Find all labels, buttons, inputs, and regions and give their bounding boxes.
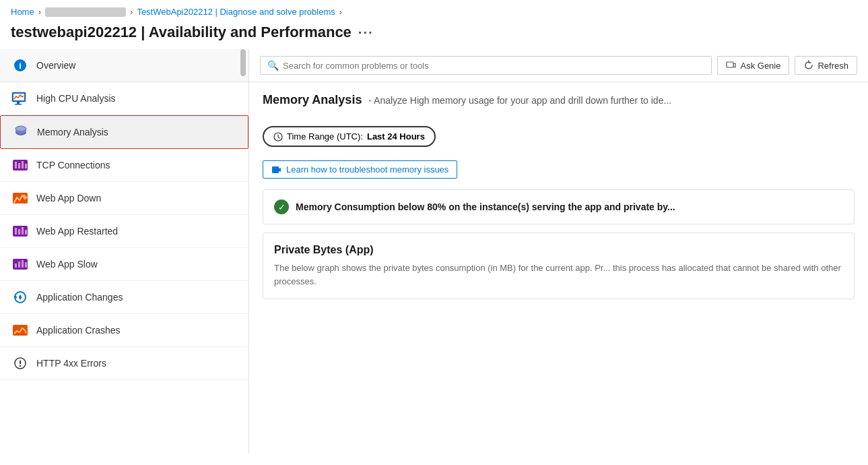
memory-icon (11, 123, 30, 142)
learn-link[interactable]: Learn how to troubleshoot memory issues (263, 160, 457, 179)
svg-rect-18 (18, 229, 20, 235)
sidebar-item-high-cpu[interactable]: High CPU Analysis (0, 82, 248, 115)
private-bytes-card: Private Bytes (App) The below graph show… (263, 232, 855, 299)
sidebar-label-http-errors: HTTP 4xx Errors (36, 358, 106, 369)
learn-link-label: Learn how to troubleshoot memory issues (286, 164, 448, 175)
refresh-label: Refresh (817, 61, 848, 71)
sidebar-item-overview[interactable]: i Overview (0, 49, 248, 82)
video-icon (271, 165, 282, 175)
scroll-indicator[interactable] (240, 49, 246, 76)
svg-rect-12 (18, 163, 20, 168)
ask-genie-label: Ask Genie (740, 61, 780, 71)
time-range-value: Last 24 Hours (367, 131, 425, 142)
app-crashes-icon (11, 321, 30, 340)
sidebar-label-app-crashes: Application Crashes (36, 325, 121, 336)
section-header: Memory Analysis - Analyze High memory us… (263, 93, 855, 107)
web-app-down-icon (11, 189, 30, 208)
time-range-button[interactable]: Time Range (UTC): Last 24 Hours (263, 126, 436, 147)
sidebar: i Overview High CPU Analysis (0, 49, 249, 454)
svg-rect-19 (22, 227, 24, 235)
refresh-button[interactable]: Refresh (795, 56, 857, 75)
sidebar-item-app-crashes[interactable]: Application Crashes (0, 314, 248, 347)
main-layout: i Overview High CPU Analysis (0, 49, 868, 454)
section-desc: - Analyze High memory usage for your app… (368, 95, 671, 106)
sidebar-item-web-app-restarted[interactable]: Web App Restarted (0, 215, 248, 248)
sidebar-label-overview: Overview (36, 60, 75, 71)
svg-rect-24 (22, 260, 24, 268)
sidebar-label-memory: Memory Analysis (37, 127, 108, 137)
search-input[interactable] (283, 61, 704, 71)
time-range-label: Time Range (UTC): (287, 131, 363, 142)
svg-rect-20 (25, 230, 27, 235)
web-app-slow-icon (11, 255, 30, 274)
svg-rect-4 (17, 102, 20, 104)
web-app-restarted-icon (11, 222, 30, 241)
svg-rect-17 (15, 228, 17, 235)
ask-genie-icon (726, 60, 737, 71)
breadcrumb-sep1: › (38, 7, 41, 17)
sidebar-item-web-app-slow[interactable]: Web App Slow (0, 248, 248, 281)
svg-rect-14 (25, 164, 27, 168)
page-title-container: testwebapi202212 | Availability and Perf… (0, 20, 868, 49)
sidebar-item-tcp[interactable]: TCP Connections (0, 149, 248, 182)
svg-rect-35 (272, 166, 279, 173)
svg-rect-33 (727, 62, 733, 67)
breadcrumb-sep3: › (339, 7, 342, 17)
sidebar-label-high-cpu: High CPU Analysis (36, 93, 116, 104)
cpu-icon (11, 89, 30, 108)
svg-rect-22 (15, 264, 17, 268)
sidebar-label-tcp: TCP Connections (36, 160, 110, 170)
svg-rect-23 (18, 261, 20, 268)
sidebar-label-web-app-down: Web App Down (36, 193, 101, 204)
clock-icon (273, 132, 283, 142)
toolbar: 🔍 Ask Genie Refresh (249, 49, 868, 82)
sidebar-label-web-app-slow: Web App Slow (36, 259, 98, 270)
private-bytes-title: Private Bytes (App) (274, 244, 843, 256)
svg-rect-25 (25, 262, 27, 268)
http-icon (11, 354, 30, 373)
sidebar-label-app-changes: Application Changes (36, 292, 123, 303)
sidebar-item-memory[interactable]: Memory Analysis (0, 115, 248, 149)
breadcrumb-home[interactable]: Home (11, 7, 34, 17)
search-box[interactable]: 🔍 (260, 56, 712, 75)
svg-rect-5 (15, 104, 22, 105)
sidebar-item-web-app-down[interactable]: Web App Down (0, 182, 248, 215)
search-icon: 🔍 (267, 60, 279, 71)
refresh-icon (803, 60, 814, 71)
ask-genie-button[interactable]: Ask Genie (717, 56, 789, 75)
sidebar-item-http-errors[interactable]: HTTP 4xx Errors (0, 347, 248, 380)
info-icon: i (11, 56, 30, 75)
page-title: testwebapi202212 | Availability and Perf… (11, 24, 352, 41)
check-circle-icon: ✓ (274, 199, 289, 214)
status-card: ✓ Memory Consumption below 80% on the in… (263, 189, 855, 224)
svg-text:i: i (19, 61, 22, 71)
section-title: Memory Analysis (263, 93, 362, 106)
svg-rect-13 (22, 161, 24, 168)
breadcrumb: Home › › TestWebApi202212 | Diagnose and… (0, 0, 868, 20)
svg-point-27 (14, 296, 17, 299)
private-bytes-desc: The below graph shows the private bytes … (274, 261, 843, 288)
content-area: 🔍 Ask Genie Refresh (249, 49, 868, 454)
svg-point-32 (20, 365, 21, 367)
breadcrumb-diagnose[interactable]: TestWebApi202212 | Diagnose and solve pr… (137, 7, 335, 17)
sidebar-item-app-changes[interactable]: Application Changes (0, 281, 248, 314)
app-changes-icon (11, 288, 30, 307)
tcp-icon (11, 156, 30, 175)
page-title-more[interactable]: ··· (358, 25, 374, 40)
breadcrumb-sep2: › (130, 7, 133, 17)
breadcrumb-blurred (45, 7, 126, 17)
content-body: Memory Analysis - Analyze High memory us… (249, 82, 868, 318)
sidebar-label-web-app-restarted: Web App Restarted (36, 226, 118, 237)
svg-rect-11 (15, 162, 17, 168)
status-text: Memory Consumption below 80% on the inst… (296, 202, 675, 212)
